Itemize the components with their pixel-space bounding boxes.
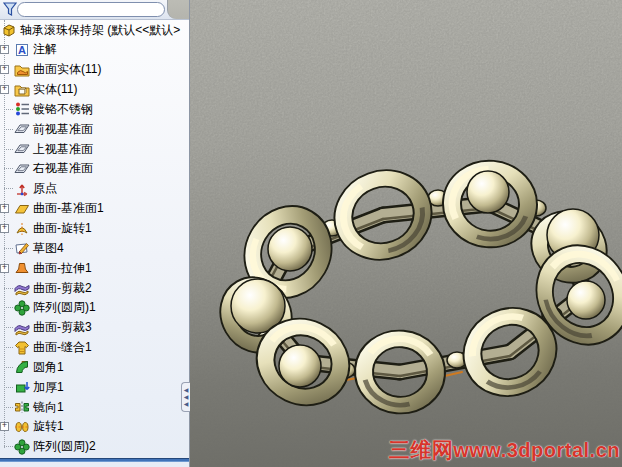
dotted-stub — [4, 109, 13, 110]
surface-trim-icon — [14, 280, 30, 296]
tree-item-label: 旋转1 — [33, 418, 64, 435]
dotted-stub — [4, 168, 13, 169]
tree-connector-stub — [0, 387, 13, 388]
surface-extrude-icon — [14, 260, 30, 276]
tree-item-label: 原点 — [33, 180, 57, 197]
tree-item-label: 阵列(圆周)2 — [33, 438, 96, 455]
tree-connector-stub — [0, 168, 13, 169]
tree-item-label: 曲面-剪裁3 — [33, 319, 92, 336]
splitter-arrow-icon: ◀ — [184, 401, 189, 407]
dotted-stub — [4, 248, 13, 249]
dotted-stub — [4, 288, 13, 289]
tree-item[interactable]: +曲面-拉伸1 — [0, 258, 189, 278]
watermark-site-url: www.3dportal.cn — [453, 439, 620, 461]
plus-icon[interactable]: + — [0, 264, 9, 273]
tree-item[interactable]: +A注解 — [0, 40, 189, 60]
tree-item[interactable]: 右视基准面 — [0, 159, 189, 179]
tree-item[interactable]: +曲面-基准面1 — [0, 199, 189, 219]
tree-item[interactable]: 镀铬不锈钢 — [0, 100, 189, 120]
tree-item[interactable]: 上视基准面 — [0, 139, 189, 159]
dotted-stub — [4, 446, 13, 447]
surface-knit-icon — [14, 340, 30, 356]
part-icon — [1, 22, 17, 38]
tree-item-label: 注解 — [33, 41, 57, 58]
surface-plane-icon — [14, 201, 30, 217]
tree-connector-stub — [0, 407, 13, 408]
tree-item[interactable]: 镜向1 — [0, 397, 189, 417]
panel-splitter-handle[interactable]: ◀ ◀ ◀ — [181, 382, 190, 412]
expand-toggle[interactable]: + — [0, 264, 13, 273]
dotted-stub — [4, 367, 13, 368]
tree-item[interactable]: +曲面实体(11) — [0, 60, 189, 80]
splitter-arrow-icon: ◀ — [184, 387, 189, 393]
solidworks-window: 轴承滚珠保持架 (默认<<默认> +A注解+曲面实体(11)+实体(11)镀铬不… — [0, 0, 622, 467]
tree-item-label: 曲面实体(11) — [33, 61, 101, 78]
tree-connector-stub — [0, 129, 13, 130]
tree-connector-stub — [0, 149, 13, 150]
circular-pattern-icon — [14, 439, 30, 455]
surface-bodies-folder-icon — [14, 62, 30, 78]
plus-icon[interactable]: + — [0, 422, 9, 431]
rollback-bar[interactable] — [0, 458, 189, 462]
tree-item-label: 曲面-基准面1 — [33, 200, 104, 217]
filter-input[interactable] — [17, 2, 165, 17]
tree-item[interactable]: 草图4 — [0, 238, 189, 258]
dotted-stub — [4, 407, 13, 408]
tree-item[interactable]: 加厚1 — [0, 377, 189, 397]
expand-toggle[interactable]: + — [0, 65, 13, 74]
tree-connector-stub — [0, 248, 13, 249]
tree-item-label: 曲面-拉伸1 — [33, 260, 92, 277]
tree-item[interactable]: +旋转1 — [0, 417, 189, 437]
tree-connector-stub — [0, 446, 13, 447]
plus-icon[interactable]: + — [0, 85, 9, 94]
material-icon — [14, 101, 30, 117]
tree-item[interactable]: 阵列(圆周)1 — [0, 298, 189, 318]
tree-item[interactable]: 前视基准面 — [0, 119, 189, 139]
tree-connector-stub — [0, 327, 13, 328]
model-bearing-cage[interactable] — [190, 0, 622, 467]
dotted-stub — [4, 327, 13, 328]
plane-icon — [14, 121, 30, 137]
tree-item[interactable]: 圆角1 — [0, 358, 189, 378]
revolve-icon — [14, 419, 30, 435]
graphics-viewport[interactable]: 三维网www.3dportal.cn — [190, 0, 622, 467]
tree-item[interactable]: 曲面-剪裁3 — [0, 318, 189, 338]
solid-bodies-folder-icon — [14, 82, 30, 98]
tree-item[interactable]: 曲面-剪裁2 — [0, 278, 189, 298]
annotations-icon: A — [14, 42, 30, 58]
tree-item-label: 前视基准面 — [33, 121, 93, 138]
tree-item[interactable]: +实体(11) — [0, 80, 189, 100]
tree-root-item[interactable]: 轴承滚珠保持架 (默认<<默认> — [0, 20, 189, 40]
plus-icon[interactable]: + — [0, 224, 9, 233]
tree-item-label: 曲面-旋转1 — [33, 220, 92, 237]
filter-funnel-icon[interactable] — [3, 2, 17, 21]
circular-pattern-icon — [14, 300, 30, 316]
watermark: 三维网www.3dportal.cn — [389, 436, 620, 464]
tree-item-label: 右视基准面 — [33, 160, 93, 177]
dotted-stub — [4, 387, 13, 388]
expand-toggle[interactable]: + — [0, 224, 13, 233]
plus-icon[interactable]: + — [0, 204, 9, 213]
tree-item[interactable]: 阵列(圆周)2 — [0, 437, 189, 457]
tree-item-label: 镜向1 — [33, 399, 64, 416]
tree-connector-stub — [0, 109, 13, 110]
dotted-stub — [4, 149, 13, 150]
tree-connector-stub — [0, 307, 13, 308]
tree-item-label: 加厚1 — [33, 379, 64, 396]
plus-icon[interactable]: + — [0, 45, 9, 54]
plus-icon[interactable]: + — [0, 65, 9, 74]
tree-item-label: 曲面-缝合1 — [33, 339, 92, 356]
tree-item[interactable]: +曲面-旋转1 — [0, 219, 189, 239]
tree-item-label: 草图4 — [33, 240, 64, 257]
sketch-icon — [14, 240, 30, 256]
expand-toggle[interactable]: + — [0, 204, 13, 213]
expand-toggle[interactable]: + — [0, 422, 13, 431]
expand-toggle[interactable]: + — [0, 45, 13, 54]
expand-toggle[interactable]: + — [0, 85, 13, 94]
dotted-stub — [4, 307, 13, 308]
tree-connector-stub — [0, 367, 13, 368]
tree-item[interactable]: 原点 — [0, 179, 189, 199]
mirror-icon — [14, 399, 30, 415]
tree-item[interactable]: 曲面-缝合1 — [0, 338, 189, 358]
tree-item-label: 镀铬不锈钢 — [33, 101, 93, 118]
